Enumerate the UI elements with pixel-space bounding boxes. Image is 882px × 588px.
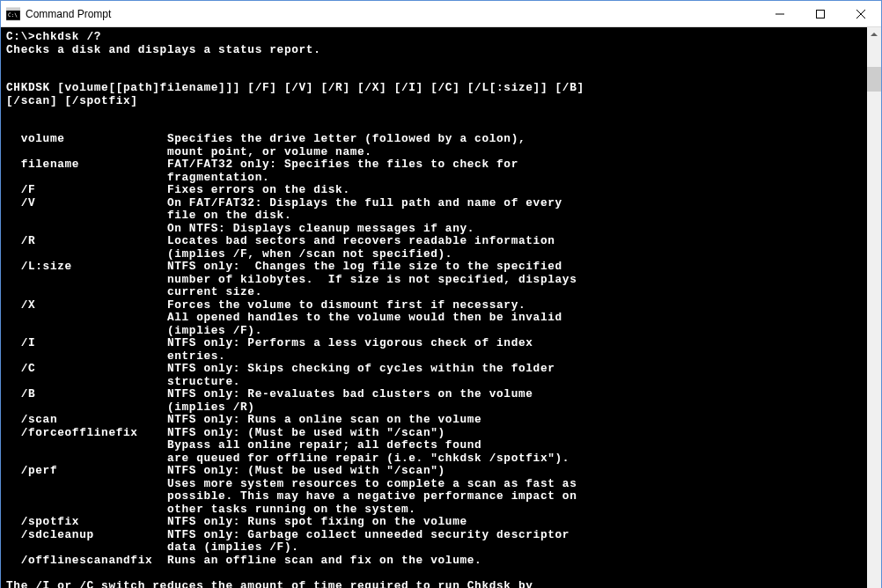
svg-marker-7 (871, 33, 878, 36)
scroll-up-arrow[interactable] (867, 27, 881, 41)
maximize-button[interactable] (800, 1, 841, 27)
command-prompt-window: C:\ Command Prompt C:\>chkdsk /? Checks … (0, 0, 882, 588)
svg-rect-4 (817, 10, 825, 18)
svg-text:C:\: C:\ (8, 11, 18, 18)
cmd-icon: C:\ (6, 7, 20, 21)
window-title: Command Prompt (26, 8, 760, 20)
minimize-button[interactable] (760, 1, 800, 27)
svg-rect-1 (6, 8, 20, 11)
vertical-scrollbar[interactable] (867, 27, 881, 588)
console-area: C:\>chkdsk /? Checks a disk and displays… (1, 27, 881, 588)
window-controls (760, 1, 881, 27)
titlebar[interactable]: C:\ Command Prompt (1, 1, 881, 27)
console-output[interactable]: C:\>chkdsk /? Checks a disk and displays… (1, 27, 867, 588)
close-button[interactable] (841, 1, 881, 27)
scroll-thumb[interactable] (867, 67, 881, 92)
